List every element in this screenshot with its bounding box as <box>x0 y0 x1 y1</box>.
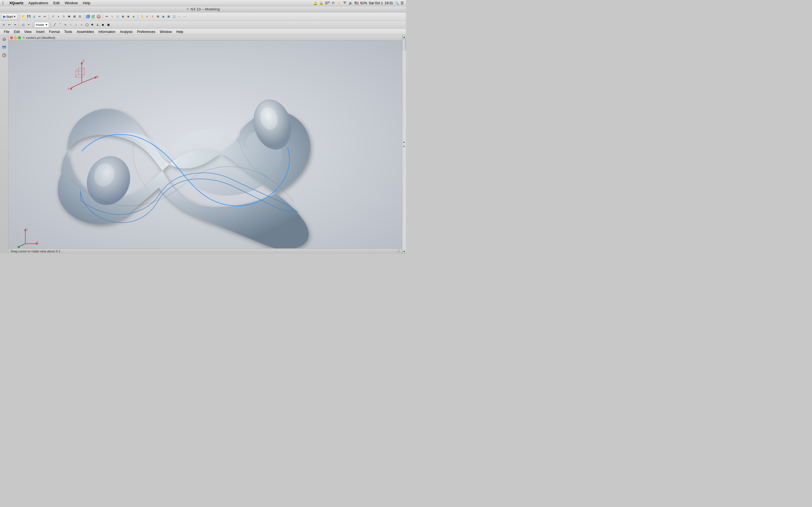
filter-solid[interactable]: ◆ <box>100 22 105 27</box>
nx-menu-analysis[interactable]: Analysis <box>117 29 135 34</box>
resize-handle[interactable] <box>396 249 400 253</box>
battery-level: 61% <box>360 1 367 5</box>
flag-icon[interactable]: 🏳 <box>332 1 335 5</box>
sketch-icon[interactable]: ✏ <box>104 14 109 19</box>
menu-applications[interactable]: Applications <box>26 0 50 6</box>
zoom-icon[interactable]: ⊞ <box>72 14 77 19</box>
filter-dropdown[interactable]: Inside ▼ <box>35 22 49 27</box>
nx-menu-assemblies[interactable]: Assemblies <box>74 29 96 34</box>
nx-menu-edit[interactable]: Edit <box>11 29 22 34</box>
filter-spline[interactable]: ∿ <box>63 22 68 27</box>
chamfer-icon[interactable]: ◈ <box>131 14 136 19</box>
scroll-thumb[interactable] <box>403 39 406 50</box>
mirror-icon[interactable]: ◫ <box>171 14 176 19</box>
tl-maximize[interactable] <box>18 36 21 39</box>
filter-angle[interactable]: ∠ <box>95 22 100 27</box>
volume-icon[interactable]: 🔊 <box>349 1 353 5</box>
settings-icon-tb[interactable]: ⚙ <box>155 14 160 19</box>
refresh-icon[interactable]: ↺ <box>50 14 56 19</box>
sidebar-layers[interactable] <box>1 44 8 51</box>
edge-arrow-up[interactable]: ▲ <box>402 140 406 144</box>
viewport-title-text: model1.prt (Modified) <box>26 36 55 40</box>
apple-menu[interactable]:  <box>2 1 4 5</box>
extrude-icon[interactable] <box>91 14 96 19</box>
filter-up[interactable]: ↑ <box>68 22 73 27</box>
svg-line-44 <box>398 250 400 252</box>
save-icon[interactable]: 💾 <box>26 14 31 19</box>
curve-icon[interactable]: ∿ <box>110 14 115 19</box>
start-button[interactable]: ▶ Start ▼ <box>1 13 18 20</box>
notification-icon[interactable]: 🔔 <box>313 1 317 5</box>
nx-menu-view[interactable]: View <box>22 29 34 34</box>
menu-help[interactable]: Help <box>81 0 93 6</box>
nx-menu-format[interactable]: Format <box>47 29 62 34</box>
more-icon[interactable]: ⋯ <box>182 14 187 19</box>
nx-menu-insert[interactable]: Insert <box>34 29 47 34</box>
wireframe-icon[interactable]: ▪ <box>56 14 61 19</box>
pattern-icon[interactable]: ⊞ <box>166 14 171 19</box>
svg-line-45 <box>399 251 400 252</box>
measure-icon[interactable]: 📏 <box>139 14 144 19</box>
sel-mode-2[interactable]: ▾ <box>26 22 31 27</box>
viewport[interactable]: ✕ model1.prt (Modified) <box>8 35 402 253</box>
pan-icon[interactable]: ✚ <box>66 14 71 19</box>
surface-icon[interactable]: ◻ <box>115 14 120 19</box>
box-icon[interactable] <box>86 14 91 19</box>
boolean-icon[interactable]: ⊕ <box>120 14 125 19</box>
tl-close[interactable] <box>10 36 13 39</box>
scroll-up-btn[interactable]: ▲ <box>402 35 406 39</box>
nx-menu-help[interactable]: Help <box>174 29 186 34</box>
svg-line-32 <box>82 74 85 77</box>
menu-xquartz[interactable]: XQuartz <box>7 0 26 6</box>
country-flag[interactable]: 🇺🇸 <box>354 1 359 5</box>
scroll-down-btn[interactable]: ▼ <box>402 249 406 253</box>
filter-ellipse[interactable]: ◯ <box>84 22 89 27</box>
menu-window[interactable]: Window <box>62 0 80 6</box>
notification-center-icon[interactable]: ☰ <box>401 1 404 5</box>
lock-icon[interactable]: 🔒 <box>319 1 323 5</box>
nx-menu-information[interactable]: Information <box>96 29 117 34</box>
svg-rect-3 <box>92 16 94 18</box>
rotate-icon[interactable]: ↻ <box>61 14 66 19</box>
open-icon[interactable]: 📂 <box>21 14 26 19</box>
revolve-icon[interactable] <box>96 14 101 19</box>
filter-circle[interactable]: ○ <box>79 22 84 27</box>
toolbar-sep-5 <box>138 14 138 19</box>
nx-menu-file[interactable]: File <box>2 29 11 34</box>
check-icon[interactable]: ✓ <box>145 14 150 19</box>
3d-canvas[interactable]: Z X Y <box>8 41 402 253</box>
bluetooth-icon[interactable]: ⚡ <box>337 1 341 5</box>
wifi-icon[interactable] <box>343 1 347 5</box>
spotlight-icon[interactable]: 🔍 <box>395 1 399 5</box>
nx-menu-window[interactable]: Window <box>158 29 174 34</box>
svg-rect-9 <box>2 46 6 47</box>
filter-down[interactable]: ↓ <box>73 22 79 27</box>
fit-icon[interactable]: ⊡ <box>77 14 82 19</box>
filter-line[interactable]: ╱ <box>52 22 57 27</box>
undo-icon[interactable]: ↩ <box>42 14 47 19</box>
edge-arrow-down[interactable]: ▼ <box>402 145 406 149</box>
svg-text:X: X <box>37 241 38 244</box>
transform-icon[interactable]: ↔ <box>177 14 182 19</box>
sel-icon-3[interactable]: ↪ <box>12 22 17 27</box>
plot-icon[interactable]: 🖨 <box>32 14 37 19</box>
sel-icon-2[interactable]: ↩ <box>7 22 12 27</box>
sidebar-settings[interactable] <box>1 36 8 43</box>
toolbar2-sep2 <box>33 22 33 27</box>
info-icon[interactable]: ℹ <box>150 14 155 19</box>
tl-minimize[interactable] <box>14 36 17 39</box>
nx-menu-tools[interactable]: Tools <box>62 29 74 34</box>
filter-box[interactable]: ▣ <box>106 22 111 27</box>
menu-edit[interactable]: Edit <box>51 0 62 6</box>
trim-icon[interactable]: ⊗ <box>126 14 131 19</box>
cut-icon[interactable]: ✂ <box>37 14 42 19</box>
render-icon[interactable]: ◉ <box>161 14 166 19</box>
right-scrollbar[interactable]: ▲ ▼ ▲ ▼ <box>402 35 406 253</box>
sel-mode-1[interactable]: ◻ <box>20 22 26 27</box>
sel-icon-1[interactable]: ⊕ <box>1 22 6 27</box>
sidebar-history[interactable] <box>1 52 8 59</box>
nx-menu-preferences[interactable]: Preferences <box>135 29 158 34</box>
filter-cross[interactable]: ✚ <box>90 22 95 27</box>
filter-arc[interactable]: ⌒ <box>57 22 63 27</box>
svg-text:Z: Z <box>83 59 85 62</box>
